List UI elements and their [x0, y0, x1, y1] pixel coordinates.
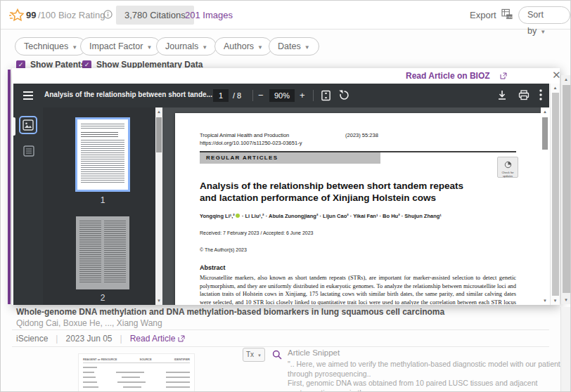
doi-link: https://doi.org/10.1007/s11250-023-03651… [200, 140, 516, 146]
external-link-icon [500, 72, 507, 79]
table-row [83, 386, 190, 388]
rotate-icon[interactable] [338, 89, 350, 101]
article-snippet-heading: Article Snippet [288, 348, 340, 357]
orcid-icon [236, 214, 240, 218]
figure-table-header: IDENTIFIER [174, 358, 190, 361]
chevron-down-icon: ▼ [304, 44, 310, 51]
bioz-rating-label: /100 Bioz Rating [38, 10, 105, 20]
journal-name: Tropical Animal Health and Production [200, 132, 344, 138]
result-meta-row: iScience | 2023 Jun 05 | Read Article [16, 334, 185, 344]
copyright-line: © The Author(s) 2023 [200, 247, 516, 253]
pdf-thumbnails-panel: 1 2 ▲ ▼ [43, 107, 162, 305]
snippet-figure-thumbnail[interactable]: REAGENT or RESOURCE SOURCE IDENTIFIER [78, 353, 195, 392]
bioz-rating-score: 99 [26, 10, 36, 20]
divider [12, 329, 549, 330]
export-csv-icon[interactable]: CSV [501, 8, 513, 20]
active-panel-indicator [13, 117, 15, 136]
chevron-down-icon: ▼ [257, 353, 262, 358]
menu-icon[interactable] [23, 91, 34, 100]
result-date: 2023 Jun 05 [65, 334, 112, 344]
bioz-product-page: 99 /100 Bioz Rating 3,780 Citations 201 … [0, 0, 571, 392]
table-row [83, 381, 190, 383]
filter-label: Impact Factor [89, 41, 143, 51]
snippet-line: ".. Here, we aimed to verify the methyla… [288, 360, 566, 379]
divider [252, 90, 253, 101]
pdf-content-scrollbar[interactable]: ▲ ▼ [541, 107, 549, 305]
text-size-label: Tx [246, 351, 254, 358]
check-for-updates-badge: Check for updates [497, 157, 518, 178]
page-2-thumbnail[interactable] [76, 216, 129, 289]
result-title[interactable]: Whole-genome DNA methylation and DNA met… [16, 307, 444, 317]
snippet-line: First, genomic DNA was obtained from 10 … [288, 379, 566, 392]
page-scrollbar[interactable]: ▲ ▼ [560, 75, 571, 304]
page-1-label: 1 [43, 195, 162, 205]
chevron-down-icon: ▼ [146, 44, 152, 51]
figure-table-header: SOURCE [140, 358, 152, 361]
chevron-down-icon: ▼ [540, 29, 546, 35]
chevron-down-icon: ▼ [202, 44, 207, 51]
filter-label: Journals [165, 41, 198, 51]
divider: | [56, 334, 58, 344]
page-1-thumbnail[interactable] [75, 117, 130, 192]
print-icon[interactable] [518, 90, 530, 100]
close-icon[interactable]: ✕ [552, 69, 561, 81]
filter-authors[interactable]: Authors▼ [214, 37, 272, 55]
export-button[interactable]: Export [470, 10, 496, 20]
crossmark-icon [504, 161, 512, 169]
citations-tab[interactable]: 3,780 Citations [116, 6, 194, 25]
images-tab[interactable]: 201 Images [185, 10, 233, 20]
result-authors: Qidong Cai, Boxue He, ..., Xiang Wang [16, 318, 162, 328]
table-row [83, 367, 190, 368]
journal-issue: (2023) 55:238 [345, 132, 378, 138]
read-article-on-bioz-link[interactable]: Read Article on BIOZ [406, 71, 490, 81]
bioz-rating-star-icon [9, 8, 24, 22]
pdf-viewer: Analysis of the relationship between sho… [13, 84, 549, 305]
pdf-document-title: Analysis of the relationship between sho… [44, 91, 212, 98]
pdf-body: 1 2 ▲ ▼ Tro [13, 107, 549, 305]
filter-impact-factor[interactable]: Impact Factor▼ [80, 37, 161, 55]
search-icon[interactable] [272, 350, 282, 360]
page-number-input[interactable] [213, 89, 229, 102]
check-updates-text: Check for updates [498, 171, 518, 178]
filter-dates[interactable]: Dates▼ [269, 37, 319, 55]
thumbnails-scrollbar[interactable]: ▲ ▼ [155, 107, 162, 305]
text-size-dropdown[interactable]: Tx▼ [243, 348, 265, 362]
pdf-sidebar-rail [13, 107, 43, 305]
table-row [83, 377, 190, 378]
abstract-text: Microsatellite markers, also known as sh… [200, 274, 516, 305]
pdf-toolbar: Analysis of the relationship between sho… [13, 84, 549, 107]
chevron-down-icon: ▼ [257, 44, 263, 51]
more-options-icon[interactable] [539, 89, 542, 100]
pdf-page-1: Tropical Animal Health and Production (2… [175, 113, 541, 305]
result-card-accent-bar [8, 70, 11, 304]
page-scrollbar-track[interactable] [560, 307, 571, 392]
received-accepted-line: Received: 7 February 2023 / Accepted: 6 … [200, 230, 516, 236]
read-article-link[interactable]: Read Article [130, 334, 176, 344]
download-icon[interactable] [497, 90, 507, 100]
thumbnails-panel-icon[interactable] [19, 116, 37, 134]
filter-label: Dates [278, 41, 301, 51]
article-authors: Yongqing Li¹,² · Li Liu¹,² · Abula Zunon… [200, 213, 516, 219]
article-title: Analysis of the relationship between sho… [200, 180, 516, 204]
sort-by-dropdown[interactable]: Sort by▼ [518, 6, 570, 24]
divider [313, 90, 314, 101]
modal-scrollbar[interactable]: ▲ ▼ [550, 84, 560, 305]
zoom-in-button[interactable]: + [300, 90, 305, 100]
divider: | [120, 334, 122, 344]
article-snippet-text: ".. Here, we aimed to verify the methyla… [288, 360, 566, 392]
fit-to-page-icon[interactable] [321, 90, 331, 101]
abstract-heading: Abstract [200, 264, 516, 271]
filter-journals[interactable]: Journals▼ [156, 37, 217, 55]
info-icon[interactable] [103, 10, 113, 19]
result-journal: iScience [16, 334, 48, 344]
divider [83, 362, 190, 363]
external-link-icon [178, 335, 185, 342]
outline-panel-icon[interactable] [20, 143, 37, 159]
zoom-level[interactable]: 90% [269, 89, 295, 102]
page-2-label: 2 [43, 293, 162, 303]
journal-header-line: Tropical Animal Health and Production (2… [200, 132, 516, 138]
chevron-down-icon: ▼ [72, 44, 77, 51]
filter-label: Techniques [24, 41, 68, 51]
filter-techniques[interactable]: Techniques▼ [15, 37, 86, 55]
zoom-out-button[interactable]: − [258, 90, 264, 100]
